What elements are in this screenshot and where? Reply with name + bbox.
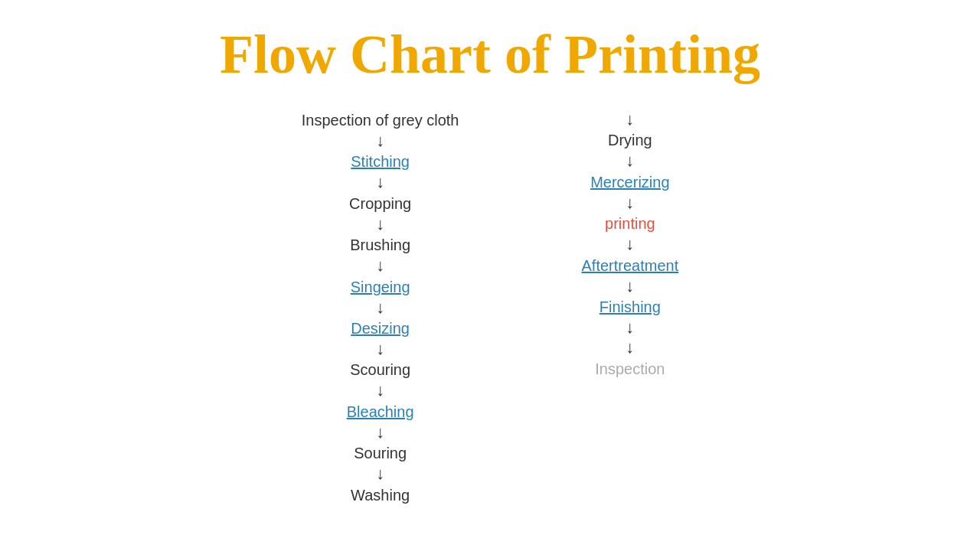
left-arrow-3: ↓ [376, 256, 384, 276]
right-arrow-4: ↓ [626, 276, 634, 296]
right-arrow-placeholder-6: ↓ [626, 337, 634, 357]
right-step-4: Aftertreatment [581, 255, 678, 276]
right-step-7: Inspection [595, 358, 665, 380]
page-title: Flow Chart of Printing [0, 0, 980, 102]
right-column: ↓Drying↓Mercerizing↓printing↓Aftertreatm… [581, 109, 678, 506]
left-step-6: Scouring [350, 359, 410, 380]
right-arrow-1: ↓ [626, 151, 634, 171]
left-step-9: Washing [351, 484, 410, 506]
right-step-3: printing [605, 213, 655, 234]
left-step-2: Cropping [349, 193, 411, 214]
left-arrow-7: ↓ [376, 422, 384, 442]
right-step-2: Mercerizing [590, 171, 669, 193]
left-column: Inspection of grey cloth↓Stitching↓Cropp… [302, 109, 459, 506]
left-arrow-8: ↓ [376, 464, 384, 484]
left-step-4: Singeing [351, 276, 410, 298]
right-arrow-5: ↓ [626, 318, 634, 337]
right-step-1: Drying [608, 129, 652, 151]
left-step-0: Inspection of grey cloth [302, 109, 459, 131]
left-arrow-1: ↓ [376, 172, 384, 192]
left-step-1: Stitching [351, 151, 410, 172]
left-arrow-4: ↓ [376, 298, 384, 318]
left-arrow-5: ↓ [376, 339, 384, 359]
flowchart-container: Inspection of grey cloth↓Stitching↓Cropp… [0, 102, 980, 506]
left-step-5: Desizing [351, 318, 410, 339]
left-step-7: Bleaching [347, 401, 414, 422]
left-arrow-2: ↓ [376, 214, 384, 234]
right-arrow-2: ↓ [626, 193, 634, 213]
right-arrow-3: ↓ [626, 234, 634, 254]
right-arrow-placeholder-0: ↓ [626, 109, 634, 129]
left-step-3: Brushing [350, 234, 410, 256]
left-step-8: Souring [354, 442, 407, 464]
right-step-5: Finishing [599, 296, 661, 318]
left-arrow-0: ↓ [376, 131, 384, 151]
left-arrow-6: ↓ [376, 380, 384, 400]
